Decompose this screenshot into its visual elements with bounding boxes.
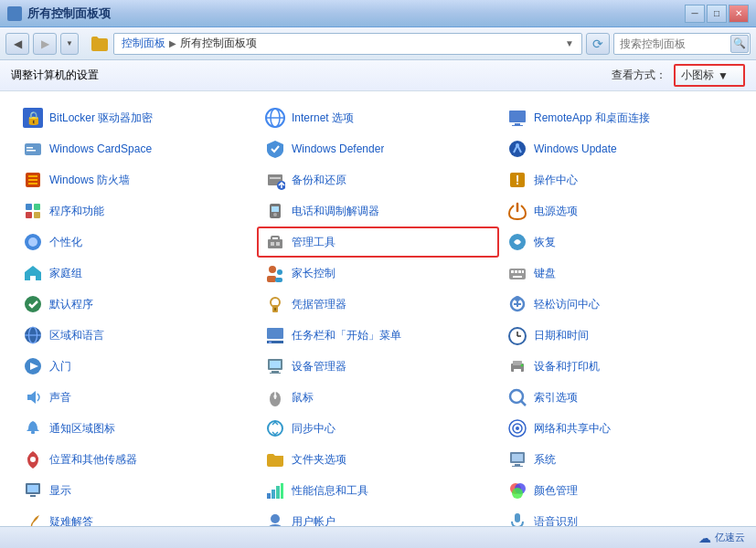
svg-rect-16 (28, 183, 37, 184)
system-label: 系统 (534, 452, 556, 468)
programs-label: 程序和功能 (49, 204, 104, 219)
svg-rect-38 (267, 276, 276, 282)
internet-options-label: Internet 选项 (292, 111, 354, 126)
search-button[interactable]: 🔍 (730, 35, 749, 53)
grid-item-programs[interactable]: 程序和功能 (15, 195, 257, 227)
breadcrumb-bar: 控制面板 ▶ 所有控制面板项 ▼ (113, 33, 582, 55)
back-button[interactable]: ◀ (5, 33, 29, 55)
grid-item-folder-options[interactable]: 文件夹选项 (257, 444, 499, 475)
window-title: 所有控制面板项 (27, 5, 111, 22)
grid-item-user-accounts[interactable]: 用户帐户 (257, 506, 499, 526)
grid-item-firewall[interactable]: Windows 防火墙 (15, 164, 257, 195)
grid-item-personalization[interactable]: 个性化 (15, 227, 257, 258)
svg-rect-88 (512, 466, 523, 467)
keyboard-label: 键盘 (534, 266, 556, 281)
grid-item-windows-update[interactable]: Windows Update (499, 133, 741, 164)
svg-line-78 (521, 401, 526, 406)
grid-item-backup[interactable]: 备份和还原 (257, 164, 499, 195)
grid-item-display[interactable]: 显示 (15, 475, 257, 506)
search-wrapper: 🔍 (613, 33, 751, 55)
backup-icon (264, 169, 286, 191)
grid-item-notification[interactable]: 通知区域图标 (15, 413, 257, 444)
network-label: 网络和共享中心 (534, 421, 611, 437)
grid-item-cardspace[interactable]: Windows CardSpace (15, 133, 257, 164)
grid-item-power[interactable]: 电源选项 (499, 195, 741, 227)
grid-item-recovery[interactable]: 恢复 (499, 227, 741, 258)
navigation-bar: ◀ ▶ ▼ 控制面板 ▶ 所有控制面板项 ▼ ⟳ 🔍 (0, 27, 756, 60)
datetime-icon (506, 324, 528, 346)
cardspace-label: Windows CardSpace (49, 142, 152, 155)
grid-item-homegroup[interactable]: 家庭组 (15, 258, 257, 289)
grid-item-phone-modem[interactable]: 电话和调制解调器 (257, 195, 499, 227)
window-icon (7, 6, 22, 21)
grid-item-internet-options[interactable]: Internet 选项 (257, 102, 499, 133)
nav-dropdown-button[interactable]: ▼ (60, 33, 79, 55)
svg-rect-33 (271, 242, 274, 246)
grid-item-parental[interactable]: 家长控制 (257, 258, 499, 289)
grid-item-admin-tools[interactable]: 管理工具 (257, 227, 499, 258)
svg-point-28 (273, 213, 277, 216)
speech-icon (506, 511, 528, 526)
ease-access-icon (506, 293, 528, 315)
svg-point-37 (277, 269, 282, 275)
color-mgmt-label: 颜色管理 (534, 483, 578, 499)
grid-item-sound[interactable]: 声音 (15, 382, 257, 413)
grid-item-location[interactable]: 位置和其他传感器 (15, 444, 257, 475)
grid-item-ease-access[interactable]: 轻松访问中心 (499, 289, 741, 320)
grid-item-defender[interactable]: Windows Defender (257, 133, 499, 164)
windows-update-label: Windows Update (534, 142, 617, 155)
grid-item-taskbar[interactable]: 任务栏和「开始」菜单 (257, 320, 499, 351)
svg-point-12 (516, 143, 519, 147)
view-dropdown-icon: ▼ (718, 69, 729, 82)
status-bar: ☁ 亿速云 (0, 526, 756, 548)
breadcrumb-current: 所有控制面板项 (180, 36, 257, 51)
maximize-button[interactable]: □ (707, 5, 727, 23)
svg-rect-5 (509, 111, 526, 122)
grid-item-devices-printers[interactable]: 设备和打印机 (499, 351, 741, 382)
view-label: 查看方式： (612, 68, 666, 83)
grid-item-intro[interactable]: 入门 (15, 351, 257, 382)
grid-item-remoteapp[interactable]: RemoteApp 和桌面连接 (499, 102, 741, 133)
brand-text: 亿速云 (715, 531, 745, 544)
grid-item-troubleshoot[interactable]: 疑难解答 (15, 506, 257, 526)
grid-item-credential[interactable]: 凭据管理器 (257, 289, 499, 320)
title-bar: 所有控制面板项 ─ □ ✕ (0, 0, 756, 27)
grid-item-action-center[interactable]: !操作中心 (499, 164, 741, 195)
personalization-label: 个性化 (49, 235, 82, 250)
grid-item-speech[interactable]: 语音识别 (499, 506, 741, 526)
power-label: 电源选项 (534, 204, 578, 219)
backup-label: 备份和还原 (292, 173, 346, 188)
programs-icon (22, 200, 44, 222)
minimize-button[interactable]: ─ (685, 5, 705, 23)
svg-rect-79 (31, 431, 35, 434)
grid-item-datetime[interactable]: 日期和时间 (499, 320, 741, 351)
grid-item-perf-info[interactable]: 性能信息和工具 (257, 475, 499, 506)
grid-item-system[interactable]: 系统 (499, 444, 741, 475)
display-label: 显示 (49, 483, 71, 499)
grid-item-index[interactable]: 索引选项 (499, 382, 741, 413)
forward-button[interactable]: ▶ (33, 33, 57, 55)
notification-icon (22, 417, 44, 439)
grid-item-default-programs[interactable]: 默认程序 (15, 289, 257, 320)
view-select[interactable]: 小图标 ▼ (674, 64, 745, 87)
grid-item-region[interactable]: 区域和语言 (15, 320, 257, 351)
speech-label: 语音识别 (534, 514, 578, 527)
grid-item-bitlocker[interactable]: 🔒BitLocker 驱动器加密 (15, 102, 257, 133)
grid-item-device-manager[interactable]: 设备管理器 (257, 351, 499, 382)
region-icon (22, 324, 44, 346)
svg-rect-8 (25, 143, 41, 155)
notification-label: 通知区域图标 (49, 421, 115, 437)
grid-item-network[interactable]: 网络和共享中心 (499, 413, 741, 444)
refresh-button[interactable]: ⟳ (586, 33, 610, 55)
grid-item-mouse[interactable]: 鼠标 (257, 382, 499, 413)
firewall-icon (22, 169, 44, 191)
svg-point-46 (25, 296, 41, 312)
grid-item-sync[interactable]: 同步中心 (257, 413, 499, 444)
svg-rect-34 (276, 242, 280, 246)
close-button[interactable]: ✕ (729, 5, 749, 23)
grid-item-keyboard[interactable]: 键盘 (499, 258, 741, 289)
breadcrumb-root[interactable]: 控制面板 (122, 36, 165, 51)
grid-item-color-mgmt[interactable]: 颜色管理 (499, 475, 741, 506)
svg-rect-66 (270, 361, 281, 368)
system-icon (506, 448, 528, 470)
